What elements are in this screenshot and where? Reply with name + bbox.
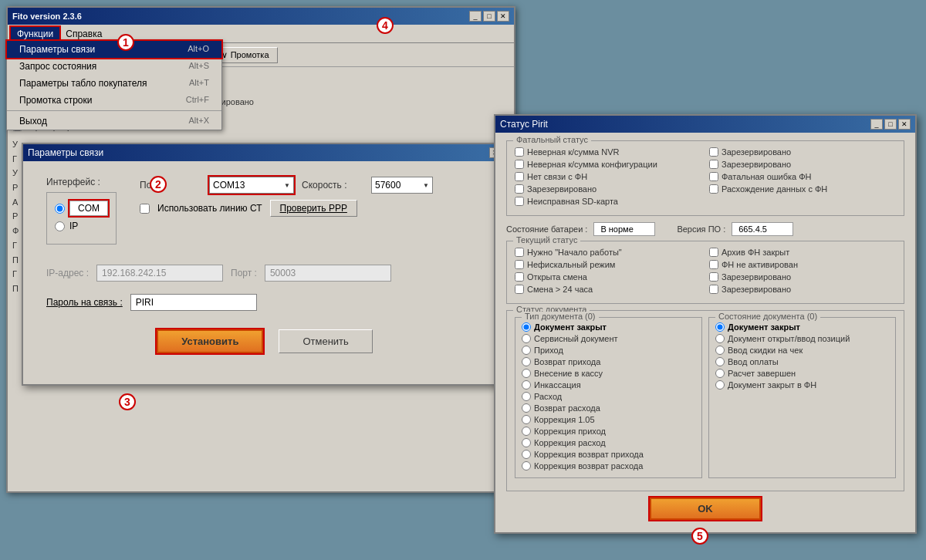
interface-label: Интерфейс :	[46, 177, 117, 187]
menu-item-scroll[interactable]: Промотка строки Ctrl+F	[7, 92, 221, 109]
docstate-discount-radio[interactable]	[715, 346, 725, 355]
doc-status-group: Статус документа Тип документа (0) Докум…	[506, 310, 904, 491]
docstate-open-radio[interactable]	[715, 334, 725, 343]
fatal-fnerr-cb[interactable]	[709, 172, 718, 181]
port-row: Порт : COM13 ▼ Скорость : 57600 ▼	[140, 177, 433, 194]
docstate-done-radio[interactable]	[715, 369, 725, 378]
current-left-col: Нужно "Начало работы" Нефискальный режим…	[515, 248, 701, 297]
ip-radio-item: IP	[55, 221, 108, 231]
cur-cb-nonfiscal: Нефискальный режим	[515, 260, 701, 269]
menu-item-params[interactable]: Параметры связи Alt+O	[7, 41, 221, 58]
speed-value: 57600	[375, 180, 400, 191]
fatal-res2-cb[interactable]	[709, 147, 718, 157]
close-button[interactable]: ✕	[497, 11, 509, 22]
badge-4: 4	[377, 17, 394, 34]
fatal-fn-cb[interactable]	[515, 172, 524, 181]
fatal-status-title: Фатальный статус	[513, 135, 591, 144]
fatal-left-col: Неверная к/сумма NVR Неверная к/сумма ко…	[515, 147, 701, 209]
fatal-cb-fnerr: Фатальная ошибка ФН	[709, 172, 896, 181]
status-dialog-title-bar: Статус Pirit _ □ ✕	[495, 116, 915, 133]
com-radio-item: COM	[55, 201, 108, 216]
menu-item-exit[interactable]: Выход Alt+X	[7, 113, 221, 130]
ip-addr-input[interactable]	[96, 265, 223, 282]
cur-notact-cb[interactable]	[709, 260, 718, 269]
doctype-cashin-radio[interactable]	[522, 369, 531, 378]
ct-checkbox[interactable]	[140, 204, 150, 214]
minimize-button[interactable]: _	[469, 11, 482, 22]
doctype-collect-radio[interactable]	[522, 380, 531, 390]
ip-addr-label: IP-адрес :	[46, 268, 89, 278]
fatal-nvr-cb[interactable]	[515, 147, 524, 157]
fatal-res3-cb[interactable]	[709, 160, 718, 169]
doctype-corrretinc-radio[interactable]	[522, 450, 531, 459]
docstate-fnclose-radio[interactable]	[715, 380, 725, 390]
current-status-group: Текущий статус Нужно "Начало работы" Неф…	[506, 241, 904, 304]
fatal-cb-res3: Зарезервировано	[709, 160, 896, 169]
cur-cb-arch: Архив ФН закрыт	[709, 248, 896, 257]
check-ppp-button[interactable]: Проверить PPP	[270, 200, 357, 217]
doctype-service-radio[interactable]	[522, 334, 531, 343]
doc-state-group: Состояние документа (0) Документ закрыт …	[708, 317, 896, 478]
params-dialog-title: Параметры связи	[28, 147, 103, 158]
ok-button[interactable]: OK	[650, 498, 761, 520]
port-speed-section: Порт : COM13 ▼ Скорость : 57600 ▼ Исполь…	[140, 177, 433, 257]
doc-state-radio-discount: Ввод скидки на чек	[715, 346, 889, 355]
cur-cb-open: Открыта смена	[515, 272, 701, 282]
interface-box: COM IP	[46, 192, 117, 245]
com-radio[interactable]	[55, 204, 65, 214]
ct-ppp-row: Использовать линию СТ Проверить PPP	[140, 200, 433, 217]
docstate-payment-radio[interactable]	[715, 357, 725, 366]
doctype-retexpense-radio[interactable]	[522, 403, 531, 413]
cur-nonfiscal-cb[interactable]	[515, 260, 524, 269]
current-right-col: Архив ФН закрыт ФН не активирован Зарезе…	[709, 248, 896, 297]
fatal-cfg-cb[interactable]	[515, 160, 524, 169]
fatal-fndata-cb[interactable]	[709, 184, 718, 194]
status-close-button[interactable]: ✕	[898, 119, 911, 130]
cancel-button[interactable]: Отменить	[279, 329, 372, 353]
doctype-corrretexp-radio[interactable]	[522, 461, 531, 471]
cur-arch-cb[interactable]	[709, 248, 718, 257]
badge-3: 3	[119, 393, 136, 410]
fatal-sd-cb[interactable]	[515, 197, 524, 206]
fatal-cb-res1: Зарезервировано	[515, 184, 701, 194]
speed-select[interactable]: 57600 ▼	[371, 177, 433, 194]
com-label: COM	[69, 201, 108, 216]
params-dialog: Параметры связи ✕ Интерфейс : COM IP	[22, 143, 508, 386]
menu-help[interactable]: Справка	[59, 27, 108, 41]
menu-separator	[7, 110, 221, 111]
port2-input[interactable]	[265, 265, 391, 282]
doctype-return-radio[interactable]	[522, 357, 531, 366]
status-maximize-button[interactable]: □	[884, 119, 897, 130]
status-minimize-button[interactable]: _	[870, 119, 883, 130]
cur-open-cb[interactable]	[515, 272, 524, 282]
doc-state-radio-done: Расчет завершен	[715, 369, 889, 378]
doctype-closed-radio[interactable]	[522, 322, 531, 332]
menu-item-display[interactable]: Параметры табло покупателя Alt+T	[7, 75, 221, 92]
port-select[interactable]: COM13 ▼	[209, 177, 294, 194]
doctype-expense-radio[interactable]	[522, 392, 531, 401]
scroll-button[interactable]: ∨ Промотка	[213, 47, 278, 63]
doc-type-radio-service: Сервисный документ	[522, 334, 695, 343]
maximize-button[interactable]: □	[483, 11, 495, 22]
doc-state-radio-closed: Документ закрыт	[715, 322, 889, 332]
doctype-income-radio[interactable]	[522, 346, 531, 355]
status-dialog: Статус Pirit _ □ ✕ Фатальный статус Неве…	[494, 114, 917, 534]
params-dialog-body: Интерфейс : COM IP Порт : COM13	[23, 161, 506, 384]
install-button[interactable]: Установить	[157, 329, 263, 353]
doc-type-radio-return: Возврат прихода	[522, 357, 695, 366]
doctype-correxp-radio[interactable]	[522, 438, 531, 447]
port2-label: Порт :	[231, 268, 257, 278]
docstate-closed-radio[interactable]	[715, 322, 725, 332]
cur-res1-cb[interactable]	[709, 272, 718, 282]
cur-24h-cb[interactable]	[515, 285, 524, 294]
ip-radio[interactable]	[55, 221, 65, 231]
doctype-corrinc-radio[interactable]	[522, 427, 531, 436]
doctype-corr105-radio[interactable]	[522, 415, 531, 424]
fatal-res1-cb[interactable]	[515, 184, 524, 194]
cur-start-cb[interactable]	[515, 248, 524, 257]
menu-functions[interactable]: Функции	[11, 27, 59, 41]
battery-version-row: Состояние батареи : В норме Версия ПО : …	[506, 222, 904, 236]
password-input[interactable]	[130, 294, 257, 311]
menu-item-status[interactable]: Запрос состояния Alt+S	[7, 58, 221, 75]
cur-res2-cb[interactable]	[709, 285, 718, 294]
